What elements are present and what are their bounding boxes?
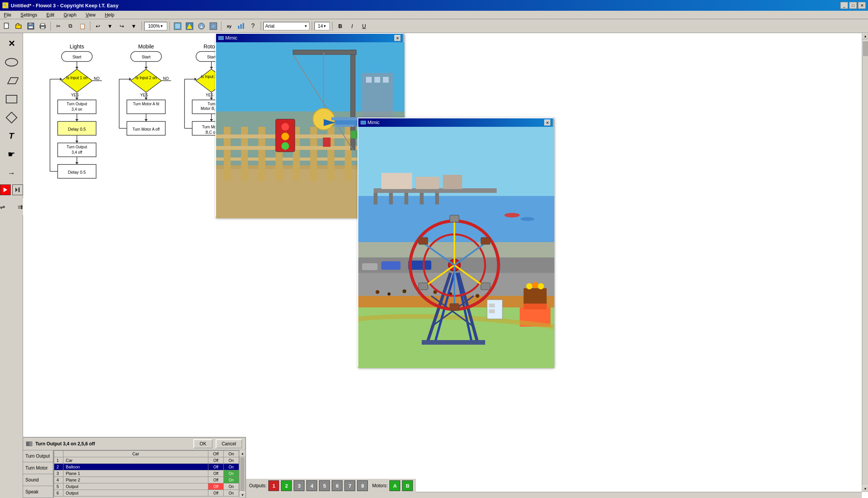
sound-button[interactable]: Sound	[23, 474, 53, 486]
table-row[interactable]: 1 Car Off On	[54, 457, 239, 464]
parallelogram-tool[interactable]	[3, 72, 20, 89]
dialog-ok-button[interactable]: OK	[193, 439, 212, 448]
scroll-thumb[interactable]	[862, 41, 868, 56]
output-table-container[interactable]: Car Off On 1 Car Off On	[54, 450, 239, 498]
diamond-tool[interactable]	[3, 109, 20, 126]
italic-button[interactable]: I	[347, 21, 358, 32]
cell-on[interactable]: On	[224, 464, 239, 470]
undo-button[interactable]: ↩	[93, 21, 103, 32]
svg-rect-189	[450, 215, 459, 222]
output-5-button[interactable]: 5	[319, 480, 330, 491]
text-tool[interactable]: T	[3, 128, 20, 144]
motor-a-button[interactable]: A	[389, 480, 400, 491]
menu-file[interactable]: File	[2, 12, 13, 18]
table-scroll-down[interactable]: ▼	[239, 492, 246, 498]
canvas-area[interactable]: Lights Start Is Input 1 on NO YES Turn O…	[23, 33, 868, 498]
cell-off[interactable]: Off	[208, 464, 224, 470]
svg-rect-146	[435, 193, 439, 204]
connect-tool[interactable]: ⇌	[0, 198, 11, 215]
cell-on[interactable]: On	[224, 477, 239, 483]
scroll-up-arrow[interactable]: ▲	[862, 33, 868, 39]
print-button[interactable]	[37, 21, 48, 32]
speak-button[interactable]: Speak	[23, 486, 53, 498]
tb-help[interactable]: ?	[248, 21, 258, 32]
output-6-button[interactable]: 6	[332, 480, 343, 491]
tb-xy[interactable]: xy	[224, 21, 234, 32]
dialog-cancel-button[interactable]: Cancel	[216, 439, 242, 448]
mimic1-close-button[interactable]: ✕	[394, 35, 401, 41]
col-off: Off	[208, 451, 224, 457]
turn-motor-button[interactable]: Turn Motor	[23, 462, 53, 474]
output-3-button[interactable]: 3	[294, 480, 304, 491]
oval-tool[interactable]	[3, 54, 20, 71]
minimize-button[interactable]: _	[840, 2, 848, 9]
cell-on[interactable]: On	[224, 457, 239, 464]
tb-icon1[interactable]	[172, 21, 183, 32]
rectangle-tool[interactable]	[3, 91, 20, 108]
svg-text:Turn Output: Turn Output	[67, 102, 87, 106]
font-selector[interactable]: Arial ▼	[263, 22, 309, 30]
tb-icon2[interactable]	[184, 21, 195, 32]
play-button[interactable]	[0, 184, 11, 195]
select-tool[interactable]: ✕	[3, 35, 20, 52]
close-button[interactable]: ✕	[858, 2, 866, 9]
maximize-button[interactable]: □	[849, 2, 857, 9]
tb-chart[interactable]	[236, 21, 246, 32]
tb-icon3[interactable]: ▲	[196, 21, 207, 32]
menu-view[interactable]: View	[84, 12, 97, 18]
paste-button[interactable]: 📋	[77, 21, 88, 32]
menu-settings[interactable]: Settings	[19, 12, 38, 18]
cell-name: Output	[63, 483, 208, 490]
underline-button[interactable]: U	[359, 21, 369, 32]
output-8-button[interactable]: 8	[357, 480, 368, 491]
motor-b-button[interactable]: B	[402, 480, 413, 491]
canvas-scrollbar-v[interactable]: ▲ ▼	[862, 33, 868, 492]
output-2-button[interactable]: 2	[281, 480, 292, 491]
table-row[interactable]: 6 Output Off On	[54, 490, 239, 496]
scroll-down-arrow[interactable]: ▼	[862, 486, 868, 492]
menu-graph[interactable]: Graph	[62, 12, 78, 18]
menu-help[interactable]: Help	[103, 12, 116, 18]
undo-dropdown[interactable]: ▼	[105, 21, 115, 32]
cell-on[interactable]: On	[224, 490, 239, 496]
redo-button[interactable]: ↪	[116, 21, 127, 32]
tb-icon4[interactable]: ✓	[208, 21, 219, 32]
cut-button[interactable]: ✂	[53, 21, 64, 32]
output-4-button[interactable]: 4	[306, 480, 317, 491]
svg-text:YES: YES	[71, 93, 79, 97]
arrow-tool[interactable]: →	[3, 164, 20, 181]
font-size-input[interactable]: 14 ▼	[314, 22, 330, 30]
cell-num: 1	[54, 457, 63, 464]
table-row-selected[interactable]: 2 Balloon Off On	[54, 464, 239, 470]
step-button[interactable]	[12, 184, 23, 195]
menu-edit[interactable]: Edit	[45, 12, 56, 18]
cell-off[interactable]: Off	[208, 483, 224, 490]
table-scrollbar[interactable]: ▲ ▼	[239, 450, 245, 498]
zoom-input[interactable]: 100% ▼	[144, 22, 167, 30]
cell-on[interactable]: On	[224, 470, 239, 477]
table-row[interactable]: 3 Plane 1 Off On	[54, 470, 239, 477]
copy-button[interactable]: ⧉	[65, 21, 76, 32]
menu-bar: File Settings Edit Graph View Help	[0, 11, 868, 19]
cell-off[interactable]: Off	[208, 470, 224, 477]
turn-output-button[interactable]: Turn Output	[23, 450, 53, 462]
bold-button[interactable]: B	[335, 21, 346, 32]
output-1-button[interactable]: 1	[268, 480, 279, 491]
cell-off[interactable]: Off	[208, 477, 224, 483]
save-button[interactable]	[25, 21, 36, 32]
cell-off[interactable]: Off	[208, 457, 224, 464]
svg-marker-41	[75, 119, 78, 121]
table-row[interactable]: 4 Plane 2 Off On	[54, 477, 239, 483]
output-7-button[interactable]: 7	[344, 480, 355, 491]
table-row[interactable]: 5 Output Off On	[54, 483, 239, 490]
mimic2-close-button[interactable]: ✕	[544, 120, 550, 126]
table-scroll-thumb[interactable]	[240, 457, 244, 491]
redo-dropdown[interactable]: ▼	[128, 21, 139, 32]
cell-on[interactable]: On	[224, 483, 239, 490]
new-button[interactable]	[2, 21, 12, 32]
table-scroll-up[interactable]: ▲	[239, 450, 246, 456]
cell-off[interactable]: Off	[208, 490, 224, 496]
open-button[interactable]	[13, 21, 24, 32]
svg-rect-120	[293, 50, 356, 55]
hand-tool[interactable]: ☛	[3, 146, 20, 163]
